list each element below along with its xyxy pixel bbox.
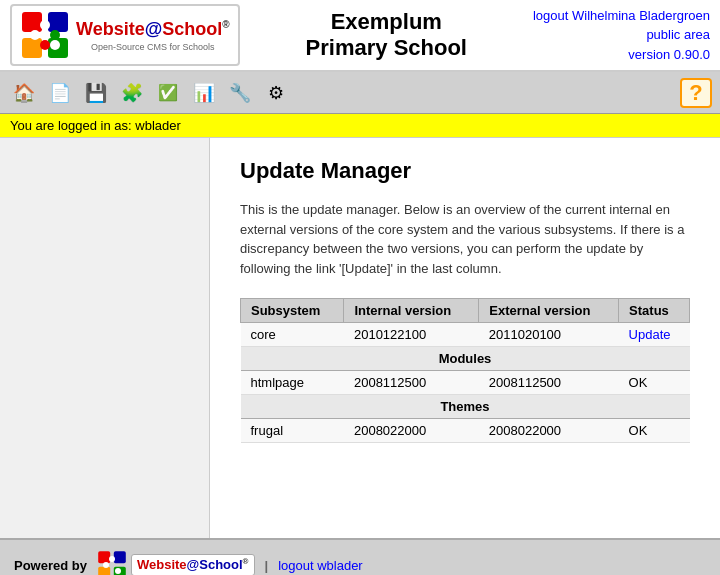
page-description: This is the update manager. Below is an … — [240, 200, 690, 278]
table-row: Themes — [241, 395, 690, 419]
statusbar: You are logged in as: wblader — [0, 114, 720, 138]
check-icon[interactable]: ✅ — [152, 78, 184, 108]
table-row: frugal20080220002008022000OK — [241, 419, 690, 443]
table-row: htmlpage20081125002008112500OK — [241, 371, 690, 395]
site-name-line1: Exemplum — [240, 9, 533, 35]
table-cell-internal: 2008022000 — [344, 419, 479, 443]
sidebar — [0, 138, 210, 538]
svg-point-5 — [30, 30, 40, 40]
logo-puzzle-icon — [20, 10, 70, 60]
logo-subtitle: Open-Source CMS for Schools — [76, 42, 230, 52]
chart-icon[interactable]: 📊 — [188, 78, 220, 108]
footer-pipe: | — [265, 558, 269, 573]
main-area: Update Manager This is the update manage… — [0, 138, 720, 538]
svg-point-6 — [50, 40, 60, 50]
toolbar-icons: 🏠 📄 💾 🧩 ✅ 📊 🔧 ⚙ — [8, 78, 680, 108]
table-cell-subsystem: htmlpage — [241, 371, 344, 395]
user-version: version 0.90.0 — [628, 47, 710, 62]
svg-rect-11 — [98, 567, 110, 575]
toolbar: 🏠 📄 💾 🧩 ✅ 📊 🔧 ⚙ ? — [0, 72, 720, 114]
footer-logo: Website@School® — [97, 550, 255, 575]
table-cell-internal: 2010122100 — [344, 323, 479, 347]
table-cell-external: 2008112500 — [479, 371, 619, 395]
svg-rect-9 — [98, 551, 110, 563]
svg-rect-10 — [114, 551, 126, 563]
table-header-row: Subsystem Internal version External vers… — [241, 299, 690, 323]
table-row: Modules — [241, 347, 690, 371]
col-subsystem: Subsystem — [241, 299, 344, 323]
logo-text-group: Website@School® Open-Source CMS for Scho… — [76, 19, 230, 52]
footer: Powered by Website@School® | logout wbla… — [0, 538, 720, 575]
settings-icon[interactable]: ⚙ — [260, 78, 292, 108]
tools-icon[interactable]: 🔧 — [224, 78, 256, 108]
user-area: public area — [646, 27, 710, 42]
pages-icon[interactable]: 📄 — [44, 78, 76, 108]
modules-icon[interactable]: 🧩 — [116, 78, 148, 108]
svg-rect-1 — [48, 12, 68, 32]
help-button[interactable]: ? — [680, 78, 712, 108]
table-cell-status: OK — [619, 371, 690, 395]
update-table: Subsystem Internal version External vers… — [240, 298, 690, 443]
footer-logout-link[interactable]: logout wblader — [278, 558, 363, 573]
logo-website: Website — [76, 19, 145, 39]
table-cell-external: 2008022000 — [479, 419, 619, 443]
logout-link[interactable]: logout Wilhelmina Bladergroen — [533, 8, 710, 23]
col-external: External version — [479, 299, 619, 323]
table-cell-subsystem: core — [241, 323, 344, 347]
footer-logo-icon — [97, 550, 127, 575]
site-name-line2: Primary School — [240, 35, 533, 61]
svg-rect-2 — [22, 38, 42, 58]
table-cell-subsystem: frugal — [241, 419, 344, 443]
svg-point-15 — [115, 568, 121, 574]
table-cell-internal: 2008112500 — [344, 371, 479, 395]
powered-by-text: Powered by — [14, 558, 87, 573]
logo-school: School — [162, 19, 222, 39]
table-cell-status[interactable]: Update — [619, 323, 690, 347]
section-header-cell: Themes — [241, 395, 690, 419]
logo-at: @ — [145, 19, 163, 39]
table-cell-status: OK — [619, 419, 690, 443]
logo-box[interactable]: Website@School® Open-Source CMS for Scho… — [10, 4, 240, 66]
col-status: Status — [619, 299, 690, 323]
svg-point-14 — [103, 562, 109, 568]
update-table-body: core20101221002011020100UpdateModuleshtm… — [241, 323, 690, 443]
svg-rect-0 — [22, 12, 42, 32]
svg-point-8 — [50, 30, 60, 40]
col-internal: Internal version — [344, 299, 479, 323]
table-cell-external: 2011020100 — [479, 323, 619, 347]
save-icon[interactable]: 💾 — [80, 78, 112, 108]
svg-point-4 — [40, 20, 50, 30]
logo-area: Website@School® Open-Source CMS for Scho… — [10, 4, 240, 66]
update-link[interactable]: Update — [629, 327, 671, 342]
section-header-cell: Modules — [241, 347, 690, 371]
user-info: logout Wilhelmina Bladergroen public are… — [533, 6, 710, 65]
table-row: core20101221002011020100Update — [241, 323, 690, 347]
page-title: Update Manager — [240, 158, 690, 184]
home-icon[interactable]: 🏠 — [8, 78, 40, 108]
svg-point-13 — [109, 556, 115, 562]
svg-point-7 — [40, 40, 50, 50]
header: Website@School® Open-Source CMS for Scho… — [0, 0, 720, 72]
logo-reg: ® — [222, 19, 229, 30]
footer-logo-text: Website@School® — [131, 554, 255, 575]
content-area: Update Manager This is the update manage… — [210, 138, 720, 538]
statusbar-text: You are logged in as: wblader — [10, 118, 181, 133]
site-title: Exemplum Primary School — [240, 9, 533, 61]
